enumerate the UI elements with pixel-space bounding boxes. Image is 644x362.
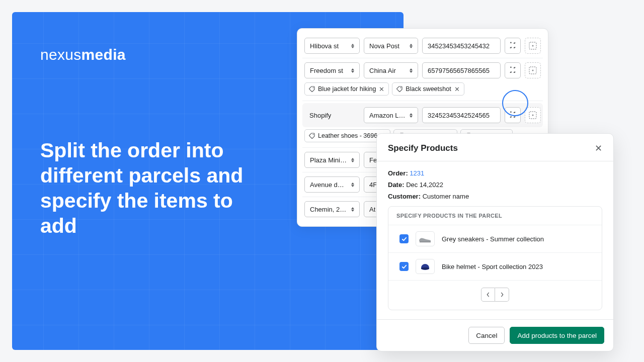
product-name: Grey sneakers - Summer collection [442, 235, 544, 243]
product-name: Bike helmet - Sport collection 2023 [442, 263, 543, 270]
customer-label: Customer: [388, 193, 421, 200]
specify-products-button[interactable] [505, 107, 521, 123]
parcel-tags: Blue jacket for hiking✕ Black sweetshot✕ [302, 82, 543, 101]
order-meta: Order: 1231 [388, 169, 602, 177]
hero-headline: Split the order into different parcels a… [40, 138, 272, 238]
tag-icon [309, 86, 315, 92]
svg-point-14 [513, 116, 516, 118]
page-next-button[interactable] [495, 288, 509, 302]
specify-products-modal: Specify Products ✕ Order: 1231 Date: Dec… [376, 133, 614, 351]
specify-products-button[interactable] [505, 38, 521, 54]
tag-label: Leather shoes - 3696 [318, 132, 377, 139]
product-thumb [416, 259, 435, 274]
carrier-select[interactable]: Amazon Logistics [364, 107, 418, 123]
page-prev-button[interactable] [481, 288, 495, 302]
caret-icon [410, 44, 413, 48]
product-tag: Blue jacket for hiking✕ [304, 82, 389, 96]
svg-point-5 [513, 67, 516, 69]
product-thumb [416, 231, 435, 246]
date-meta: Date: Dec 14,2022 [388, 181, 602, 189]
product-checkbox[interactable] [399, 234, 409, 243]
address-select[interactable]: Freedom st [304, 62, 360, 78]
carrier-select[interactable]: Nova Post [364, 38, 418, 54]
address-select[interactable]: Plaza Ministro [304, 152, 360, 168]
order-link[interactable]: 1231 [410, 169, 424, 177]
carrier-select[interactable]: China Air [364, 62, 418, 78]
svg-point-4 [532, 45, 534, 47]
add-parcel-icon [529, 42, 537, 50]
add-parcel-button[interactable] [525, 38, 541, 54]
add-parcel-icon [529, 66, 537, 74]
order-label: Order: [388, 169, 408, 177]
tag-icon [309, 133, 315, 139]
date-label: Date: [388, 181, 405, 189]
products-box: SPECIFY PRODUCTS IN THE PARCEL Grey snea… [388, 206, 602, 310]
modal-footer: Cancel Add products to the parcel [377, 319, 613, 351]
chevron-right-icon [500, 292, 504, 297]
address-select[interactable]: Hlibova st [304, 38, 360, 54]
tag-label: Black sweetshot [406, 85, 451, 93]
product-checkbox[interactable] [399, 262, 409, 271]
brand-suffix: media [82, 46, 126, 63]
specify-products-icon [508, 111, 517, 120]
caret-icon [351, 183, 354, 187]
parcel-row: ShopifyAmazon Logistics32452345342524565 [302, 103, 543, 127]
svg-point-6 [510, 71, 512, 73]
svg-point-16 [532, 115, 534, 116]
cancel-button[interactable]: Cancel [468, 327, 505, 344]
tracking-input[interactable]: 65797565657865565 [422, 62, 501, 78]
svg-point-1 [510, 47, 512, 49]
caret-icon [351, 68, 354, 73]
specify-products-icon [508, 41, 517, 50]
modal-header: Specify Products ✕ [377, 134, 613, 161]
add-parcel-button[interactable] [525, 62, 541, 78]
product-row[interactable]: Bike helmet - Sport collection 2023 [388, 253, 602, 281]
product-tag: Black sweetshot✕ [392, 82, 464, 96]
check-icon [401, 236, 407, 242]
customer-value: Customer name [423, 193, 469, 200]
address-label: Shopify [304, 107, 360, 123]
check-icon [401, 264, 407, 269]
tag-icon [396, 86, 403, 92]
svg-point-12 [513, 112, 516, 114]
address-select[interactable]: Chemin, 24709 [304, 201, 360, 217]
tracking-input[interactable]: 32452345342524565 [422, 107, 501, 123]
remove-tag-icon[interactable]: ✕ [454, 85, 460, 93]
caret-icon [351, 158, 354, 162]
customer-meta: Customer: Customer name [388, 193, 602, 200]
svg-point-17 [313, 134, 314, 135]
brand-prefix: nexus [40, 46, 82, 63]
svg-point-2 [513, 47, 516, 49]
parcel-row: Hlibova stNova Post34523453453245432 [302, 34, 543, 58]
products-section-header: SPECIFY PRODUCTS IN THE PARCEL [388, 207, 602, 225]
svg-point-9 [532, 70, 534, 71]
address-select[interactable]: Avenue de Rena.. [304, 176, 360, 193]
svg-point-13 [510, 116, 512, 118]
caret-icon [351, 207, 354, 212]
close-icon[interactable]: ✕ [595, 143, 602, 154]
caret-icon [410, 68, 413, 73]
add-products-button[interactable]: Add products to the parcel [510, 327, 604, 344]
svg-point-0 [513, 42, 516, 44]
parcel-row: Freedom stChina Air65797565657865565 [302, 58, 543, 82]
pagination [388, 281, 602, 310]
tag-label: Blue jacket for hiking [318, 85, 376, 93]
specify-products-icon [508, 66, 517, 75]
product-row[interactable]: Grey sneakers - Summer collection [388, 225, 602, 253]
add-parcel-icon [529, 111, 537, 119]
tracking-input[interactable]: 34523453453245432 [422, 38, 501, 54]
svg-point-7 [513, 71, 516, 73]
svg-point-35 [421, 267, 429, 269]
date-value: Dec 14,2022 [406, 181, 443, 189]
specify-products-button[interactable] [505, 62, 521, 78]
remove-tag-icon[interactable]: ✕ [379, 85, 384, 93]
add-parcel-button[interactable] [525, 107, 541, 123]
svg-point-11 [400, 87, 401, 88]
modal-title: Specify Products [388, 143, 458, 153]
caret-icon [410, 113, 413, 118]
modal-body: Order: 1231 Date: Dec 14,2022 Customer: … [377, 161, 613, 319]
chevron-left-icon [486, 292, 490, 297]
caret-icon [351, 44, 354, 48]
svg-point-10 [313, 87, 314, 88]
